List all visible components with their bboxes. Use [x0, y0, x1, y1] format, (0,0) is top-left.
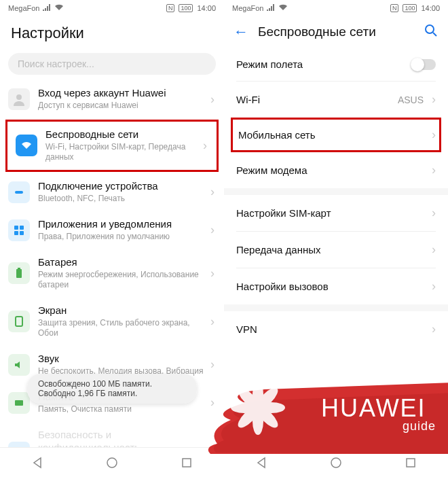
row-title: Приложения и уведомления: [38, 218, 206, 231]
clock: 14:00: [421, 4, 440, 12]
wireless-settings-screen: MegaFon N 100 14:00 ← Беспроводные сети …: [224, 0, 448, 477]
svg-line-14: [433, 33, 436, 36]
highlight-wireless: Беспроводные сети Wi-Fi, Настройки SIM-к…: [5, 120, 219, 172]
search-icon[interactable]: [424, 23, 438, 41]
svg-rect-7: [18, 268, 20, 269]
svg-rect-4: [14, 231, 18, 235]
chevron-right-icon: ›: [203, 139, 207, 153]
svg-rect-12: [183, 459, 191, 467]
nav-bar: [0, 447, 224, 477]
row-subtitle: Доступ к сервисам Huawei: [38, 101, 206, 111]
toast-memory-freed: Освобождено 100 МБ памяти. Свободно 1,96…: [27, 374, 197, 404]
battery-icon: 100: [403, 4, 417, 12]
chevron-right-icon: ›: [432, 243, 436, 257]
row-device-connection[interactable]: Подключение устройства Bluetooth, NFC, П…: [0, 173, 224, 211]
chevron-right-icon: ›: [210, 223, 214, 237]
svg-point-0: [16, 94, 22, 100]
signal-icon: [43, 4, 51, 12]
row-title: Экран: [38, 304, 206, 317]
row-mobile-network[interactable]: Мобильная сеть: [233, 120, 439, 150]
chevron-right-icon: ›: [210, 266, 214, 281]
page-title: Настройки: [11, 24, 213, 42]
row-vpn[interactable]: VPN ›: [224, 311, 448, 347]
row-label: Wi-Fi: [236, 94, 398, 105]
row-title: Батарея: [38, 256, 206, 269]
chevron-right-icon: ›: [210, 395, 214, 410]
search-input[interactable]: Поиск настроек...: [8, 53, 216, 75]
row-battery[interactable]: Батарея Режим энергосбережения, Использо…: [0, 249, 224, 298]
row-title: Подключение устройства: [38, 180, 206, 193]
row-label: VPN: [236, 323, 428, 335]
nav-back[interactable]: [30, 455, 45, 470]
page-title: Беспроводные сети: [258, 24, 414, 39]
svg-point-15: [331, 458, 341, 467]
link-icon: [8, 181, 30, 203]
toast-line1: Освобождено 100 МБ памяти.: [38, 379, 186, 389]
grid-icon: [8, 219, 30, 241]
carrier-label: MegaFon: [8, 4, 39, 12]
chevron-right-icon: ›: [210, 445, 214, 447]
chevron-right-icon: ›: [432, 163, 436, 177]
row-security[interactable]: Безопасность и конфиденциальность Разбло…: [0, 422, 224, 447]
row-subtitle: Wi-Fi, Настройки SIM-карт, Передача данн…: [45, 142, 199, 163]
nav-recent[interactable]: [403, 455, 418, 470]
row-label: Настройки вызовов: [236, 281, 428, 292]
row-huawei-id[interactable]: Вход через аккаунт Huawei Доступ к серви…: [0, 80, 224, 118]
row-display[interactable]: Экран Защита зрения, Стиль рабочего экра…: [0, 298, 224, 346]
chevron-right-icon: ›: [210, 315, 214, 329]
row-tethering[interactable]: Режим модема ›: [224, 152, 448, 188]
battery-icon: [8, 262, 30, 284]
nfc-icon: N: [390, 4, 399, 12]
speaker-icon: [8, 354, 30, 376]
row-sim-settings[interactable]: Настройки SIM-карт ›: [224, 195, 448, 231]
row-subtitle: Память, Очистка памяти: [38, 404, 206, 415]
svg-point-13: [426, 25, 434, 33]
chevron-right-icon: ›: [432, 279, 436, 294]
row-title: Вход через аккаунт Huawei: [38, 87, 206, 100]
nav-back[interactable]: [254, 455, 269, 470]
carrier-label: MegaFon: [232, 4, 263, 12]
signal-icon: [267, 4, 275, 12]
section-gap: [224, 304, 448, 311]
row-subtitle: Bluetooth, NFC, Печать: [38, 194, 206, 205]
nav-home[interactable]: [329, 455, 343, 470]
status-bar: MegaFon N 100 14:00: [224, 0, 448, 16]
chevron-right-icon: ›: [432, 128, 436, 142]
page-header: Настройки: [0, 16, 224, 49]
svg-rect-1: [15, 191, 23, 194]
row-label: Мобильная сеть: [238, 129, 434, 141]
svg-rect-5: [20, 231, 24, 235]
row-data-usage[interactable]: Передача данных ›: [224, 232, 448, 268]
nfc-icon: N: [166, 4, 175, 12]
row-wireless[interactable]: Беспроводные сети Wi-Fi, Настройки SIM-к…: [7, 122, 217, 170]
svg-rect-9: [15, 400, 23, 406]
shield-icon: [8, 442, 30, 447]
row-wifi[interactable]: Wi-Fi ASUS ›: [224, 82, 448, 118]
svg-rect-16: [407, 459, 415, 467]
row-title: Звук: [38, 353, 206, 366]
row-label: Передача данных: [236, 244, 428, 255]
row-airplane-mode[interactable]: Режим полета: [224, 48, 448, 81]
nav-home[interactable]: [105, 455, 119, 470]
display-icon: [8, 311, 30, 332]
row-label: Настройки SIM-карт: [236, 207, 428, 219]
wifi-value: ASUS: [398, 94, 424, 105]
person-icon: [8, 88, 30, 110]
nav-recent[interactable]: [179, 455, 194, 470]
row-subtitle: Режим энергосбережения, Использование ба…: [38, 270, 206, 291]
back-button[interactable]: ←: [234, 24, 248, 39]
wifi-icon: [16, 135, 37, 156]
chevron-right-icon: ›: [210, 185, 214, 199]
storage-icon: [8, 392, 30, 414]
svg-rect-2: [14, 226, 18, 230]
row-call-settings[interactable]: Настройки вызовов ›: [224, 268, 448, 304]
chevron-right-icon: ›: [432, 92, 436, 107]
svg-rect-6: [16, 269, 22, 278]
row-subtitle: Права, Приложения по умолчанию: [38, 232, 206, 243]
svg-rect-8: [16, 317, 22, 326]
airplane-toggle[interactable]: [411, 59, 436, 70]
battery-icon: 100: [179, 4, 193, 12]
row-apps[interactable]: Приложения и уведомления Права, Приложен…: [0, 211, 224, 249]
nav-bar: [224, 447, 448, 477]
clock: 14:00: [197, 4, 216, 12]
